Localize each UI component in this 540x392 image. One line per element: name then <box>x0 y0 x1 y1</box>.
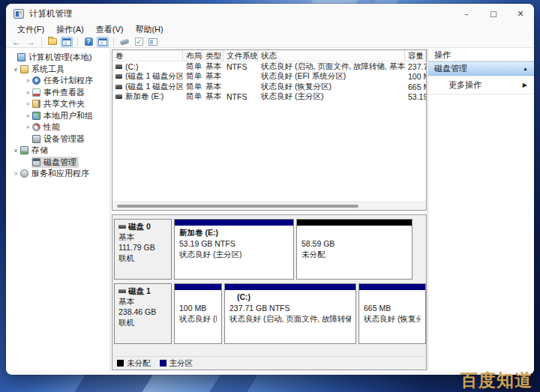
task-scheduler-icon <box>32 76 40 85</box>
chevron-right-icon[interactable]: > <box>24 101 32 107</box>
partition-size: 100 MB <box>179 303 217 314</box>
volume-row-disk1-part1[interactable]: (磁盘 1 磁盘分区 1) 简单 基本 状态良好 (EFI 系统分区) 100 … <box>112 72 426 82</box>
storage-icon <box>20 146 28 154</box>
toolbar-separator <box>113 37 114 46</box>
tree-item-shared-folders[interactable]: > 共享文件夹 <box>6 98 110 110</box>
partition-size: 237.71 GB NTFS <box>230 303 351 314</box>
volume-row-e[interactable]: 新加卷 (E:) 简单 基本 NTFS 状态良好 (主分区) 53.19 GB <box>112 92 426 103</box>
forward-button[interactable]: → <box>25 37 37 47</box>
chevron-right-icon[interactable]: > <box>24 124 32 130</box>
check-disk-button[interactable]: ✓ <box>133 37 145 47</box>
disk-management-pane: 卷 布局 类型 文件系统 状态 容量 (C:) 简单 基本 NTFS 状态良好 … <box>110 48 428 370</box>
back-button[interactable]: ← <box>10 37 22 47</box>
up-folder-button[interactable] <box>46 37 58 47</box>
show-console-tree-button[interactable] <box>61 37 73 47</box>
disk-name: 磁盘 0 <box>128 221 151 232</box>
partition-name: 新加卷 (E:) <box>179 227 289 238</box>
disk-management-icon <box>32 158 40 166</box>
partition-unallocated[interactable]: 58.59 GB 未分配 <box>296 219 412 280</box>
chevron-down-icon[interactable]: ∨ <box>12 148 20 154</box>
tree-item-label: 事件查看器 <box>44 87 85 98</box>
partition-e[interactable]: 新加卷 (E:) 53.19 GB NTFS 状态良好 (主分区) <box>174 219 294 280</box>
volume-name: (磁盘 1 磁盘分区 1) <box>125 71 183 82</box>
actions-pane: 操作 磁盘管理 ▲ 更多操作 ▶ <box>428 48 534 370</box>
disk-icon <box>118 225 126 229</box>
actions-group-title: 磁盘管理 <box>434 63 467 74</box>
column-header-status[interactable]: 状态 <box>258 50 405 61</box>
tree-item-disk-management[interactable]: 磁盘管理 <box>6 157 110 169</box>
menu-view[interactable]: 查看(V) <box>91 23 129 36</box>
partition-status: 状态良好 (主分区) <box>179 249 289 260</box>
partition-efi[interactable]: 100 MB 状态良好 (EFI <box>174 283 222 344</box>
properties-button[interactable] <box>147 37 159 47</box>
partition-size: 53.19 GB NTFS <box>179 238 289 250</box>
more-actions-item[interactable]: 更多操作 ▶ <box>428 76 534 94</box>
partition-status: 状态良好 (EFI <box>179 313 217 325</box>
properties-pane-icon <box>148 38 158 46</box>
help-button[interactable]: ? <box>82 37 94 47</box>
chevron-right-icon[interactable]: > <box>24 78 32 84</box>
minimize-button[interactable]: – <box>453 4 480 23</box>
volume-row-disk1-part4[interactable]: (磁盘 1 磁盘分区 4) 简单 基本 状态良好 (恢复分区) 665 MB <box>112 82 426 92</box>
tree-item-label: 性能 <box>44 121 60 133</box>
actions-group-header[interactable]: 磁盘管理 ▲ <box>428 61 534 76</box>
disk-0-row: 磁盘 0 基本 111.79 GB 联机 新加卷 (E:) 53.19 GB N… <box>114 219 424 280</box>
horizontal-scrollbar[interactable] <box>112 202 426 210</box>
tree-item-services-applications[interactable]: > 服务和应用程序 <box>6 168 110 180</box>
unallocated-partition-bar <box>297 220 412 226</box>
column-header-capacity[interactable]: 容量 <box>405 50 426 61</box>
chevron-right-icon[interactable]: > <box>24 89 32 95</box>
primary-color-swatch <box>160 360 166 367</box>
tree-item-system-tools[interactable]: ∨ 系统工具 <box>6 64 110 76</box>
disk-tool-button[interactable] <box>118 37 130 47</box>
volume-capacity: 665 MB <box>405 82 426 91</box>
volume-layout: 简单 <box>183 61 202 72</box>
volume-row-c[interactable]: (C:) 简单 基本 NTFS 状态良好 (启动, 页面文件, 故障转储, 基本… <box>112 61 426 72</box>
show-action-pane-button[interactable] <box>97 37 109 47</box>
menu-file[interactable]: 文件(F) <box>12 23 50 36</box>
tree-item-label: 计算机管理(本地) <box>28 52 92 63</box>
column-header-filesystem[interactable]: 文件系统 <box>224 50 258 61</box>
collapse-arrow-icon[interactable]: ▲ <box>523 66 528 71</box>
partition-recovery[interactable]: 665 MB 状态良好 (恢复分区) <box>358 283 426 344</box>
title-bar[interactable]: 计算机管理 – □ ✕ <box>6 4 534 23</box>
chevron-right-icon[interactable]: > <box>12 171 20 177</box>
partition-legend: 未分配 主分区 <box>114 356 424 370</box>
tree-item-device-manager[interactable]: 设备管理器 <box>6 133 110 145</box>
disk-0-label[interactable]: 磁盘 0 基本 111.79 GB 联机 <box>114 219 172 280</box>
menu-action[interactable]: 操作(A) <box>51 23 89 36</box>
tree-item-local-users-groups[interactable]: > 本地用户和组 <box>6 110 110 122</box>
maximize-button[interactable]: □ <box>480 4 507 23</box>
volume-icon <box>116 94 122 99</box>
disk-icon <box>118 289 126 293</box>
column-header-type[interactable]: 类型 <box>202 50 224 61</box>
volume-name: (磁盘 1 磁盘分区 4) <box>125 82 183 92</box>
volume-layout: 简单 <box>183 82 202 92</box>
partition-status: 未分配 <box>302 249 407 260</box>
column-header-volume[interactable]: 卷 <box>112 50 183 61</box>
tree-item-label: 共享文件夹 <box>44 98 85 109</box>
chevron-down-icon[interactable]: ∨ <box>12 66 20 72</box>
volume-filesystem: NTFS <box>224 92 258 101</box>
disk-1-row: 磁盘 1 基本 238.46 GB 联机 100 MB 状态良好 (EFI <box>114 283 424 344</box>
help-icon: ? <box>85 37 93 46</box>
tree-item-storage[interactable]: ∨ 存储 <box>6 145 110 157</box>
close-button[interactable]: ✕ <box>507 4 534 23</box>
users-icon <box>32 112 40 120</box>
disk-status: 联机 <box>118 253 167 263</box>
check-document-icon: ✓ <box>135 37 143 46</box>
tree-item-performance[interactable]: > 性能 <box>6 121 110 133</box>
menu-help[interactable]: 帮助(H) <box>130 23 168 36</box>
forward-arrow-icon: → <box>26 37 35 46</box>
disk-1-label[interactable]: 磁盘 1 基本 238.46 GB 联机 <box>114 283 172 344</box>
partition-c[interactable]: (C:) 237.71 GB NTFS 状态良好 (启动, 页面文件, 故障转储… <box>224 283 356 344</box>
tree-item-task-scheduler[interactable]: > 任务计划程序 <box>6 75 110 87</box>
computer-icon <box>17 53 26 61</box>
scrollbar-thumb[interactable] <box>117 205 358 208</box>
chevron-right-icon[interactable]: > <box>24 112 32 118</box>
disk-status: 联机 <box>118 317 167 328</box>
column-header-layout[interactable]: 布局 <box>183 50 202 61</box>
tree-item-event-viewer[interactable]: > 事件查看器 <box>6 87 110 99</box>
volume-layout: 简单 <box>183 91 202 102</box>
tree-item-computer-management[interactable]: 计算机管理(本地) <box>6 52 110 64</box>
